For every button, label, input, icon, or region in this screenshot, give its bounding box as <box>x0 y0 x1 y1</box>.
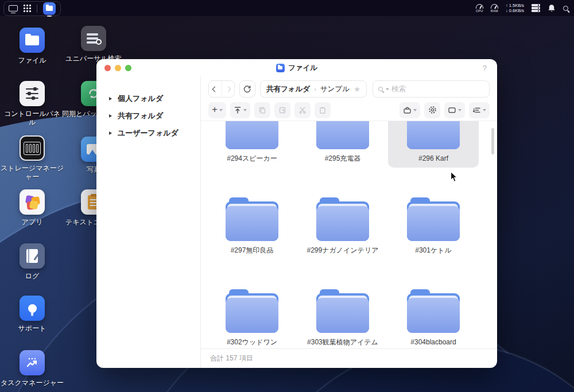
folder-grid[interactable]: #294スピーカー #295充電器 #296 Karf #297無印良品 <box>201 121 497 348</box>
folder-item[interactable]: #295充電器 <box>297 121 388 168</box>
copy-button[interactable] <box>254 102 270 118</box>
desktop-icon-apps[interactable]: アプリ <box>1 189 64 227</box>
folder-item[interactable]: #296 Karf <box>388 121 479 168</box>
universal-search-icon <box>81 26 106 51</box>
folder-item[interactable]: #294スピーカー <box>207 121 297 168</box>
forward-button[interactable] <box>222 81 234 97</box>
app-grid-icon[interactable] <box>24 5 31 12</box>
folder-icon <box>226 197 278 241</box>
desktop-icon-task-manager[interactable]: タスクマネージャー <box>1 350 64 387</box>
folder-icon <box>316 289 369 333</box>
search-icon <box>378 87 383 91</box>
upload-speed: ↑ 1.5KB/s <box>506 3 524 8</box>
ram-gauge-icon[interactable]: RAM <box>491 4 498 13</box>
taskbar-left-cluster <box>3 1 61 16</box>
desktop-icon-control-panel[interactable]: コントロールパネル <box>1 81 64 127</box>
global-search-icon[interactable] <box>563 6 568 11</box>
help-button[interactable]: ? <box>483 64 487 72</box>
action-toolbar: + <box>201 102 497 121</box>
cpu-gauge-icon[interactable]: CPU <box>476 4 483 13</box>
taskbar-separator <box>37 5 37 13</box>
sidebar-item-user-folder[interactable]: ユーザーフォルダ <box>96 125 200 142</box>
folder-item[interactable]: #302ウッドワン <box>207 280 297 348</box>
window-titlebar[interactable]: ファイル ? <box>96 59 497 76</box>
back-button[interactable] <box>209 81 222 97</box>
task-manager-icon <box>20 350 45 375</box>
window-title: ファイル <box>96 63 497 73</box>
log-icon <box>20 243 45 269</box>
storage-manager-icon <box>20 135 45 161</box>
move-button[interactable] <box>274 102 290 118</box>
settings-gear-button[interactable] <box>424 102 440 118</box>
scrollbar-thumb[interactable] <box>491 128 494 154</box>
item-count: 合計 157 項目 <box>210 354 253 363</box>
support-icon <box>20 296 45 321</box>
task-queue-icon[interactable] <box>532 4 540 12</box>
folder-icon <box>407 121 460 149</box>
folder-item[interactable]: #304blacboard <box>388 280 479 348</box>
files-title-icon <box>276 64 285 72</box>
refresh-button[interactable] <box>239 80 255 98</box>
download-speed: ↓ 0.6KB/s <box>506 8 524 13</box>
toolbox-button[interactable] <box>400 102 420 118</box>
desktop-icon-support[interactable]: サポート <box>1 296 64 333</box>
taskbar-right-cluster: CPU RAM ↑ 1.5KB/s ↓ 0.6KB/s <box>476 3 574 13</box>
favorite-star-icon[interactable]: ★ <box>354 85 360 94</box>
folder-item[interactable]: #297無印良品 <box>207 188 297 259</box>
sidebar-item-shared-folder[interactable]: 共有フォルダ <box>96 107 200 125</box>
folder-icon <box>316 121 369 149</box>
folder-item[interactable]: #301ケトル <box>388 188 479 259</box>
folder-item[interactable]: #299ナガノインテリア <box>297 188 388 259</box>
desktop-icon-universal-search[interactable]: ユニバーサル検索 <box>62 26 125 63</box>
desktop-icon-log[interactable]: ログ <box>1 243 64 281</box>
window-sidebar: 個人フォルダ 共有フォルダ ユーザーフォルダ <box>96 76 201 368</box>
taskbar: CPU RAM ↑ 1.5KB/s ↓ 0.6KB/s <box>0 0 574 16</box>
breadcrumb-current[interactable]: サンプル <box>320 84 350 94</box>
apps-icon <box>20 189 45 215</box>
status-bar: 合計 157 項目 <box>201 348 497 368</box>
search-scope-caret-icon[interactable] <box>386 88 389 90</box>
expand-triangle-icon[interactable] <box>109 131 112 135</box>
sidebar-item-personal-folder[interactable]: 個人フォルダ <box>96 90 200 107</box>
folder-item[interactable]: #303観葉植物アイテム <box>297 280 388 348</box>
folder-icon <box>407 289 460 333</box>
files-window: ファイル ? 個人フォルダ 共有フォルダ ユーザーフォルダ <box>96 59 497 368</box>
breadcrumb[interactable]: 共有フォルダ › サンプル ★ <box>260 80 367 98</box>
navigation-toolbar: 共有フォルダ › サンプル ★ <box>201 76 497 102</box>
history-nav-group <box>208 80 235 98</box>
notifications-bell-icon[interactable] <box>548 4 556 13</box>
expand-triangle-icon[interactable] <box>109 114 112 118</box>
breadcrumb-root[interactable]: 共有フォルダ <box>266 84 310 94</box>
sort-button[interactable] <box>469 102 490 118</box>
folder-icon <box>407 197 460 241</box>
network-speed[interactable]: ↑ 1.5KB/s ↓ 0.6KB/s <box>506 3 524 13</box>
breadcrumb-separator: › <box>314 86 316 92</box>
upload-button[interactable] <box>230 102 250 118</box>
paste-button[interactable] <box>315 102 331 118</box>
search-input[interactable] <box>391 85 484 93</box>
desktop-icon-storage-manager[interactable]: ストレージマネージャー <box>1 135 64 181</box>
new-item-button[interactable]: + <box>208 102 226 118</box>
expand-triangle-icon[interactable] <box>109 97 112 100</box>
view-mode-button[interactable] <box>444 102 465 118</box>
control-panel-icon <box>20 81 45 106</box>
folder-icon <box>226 121 278 149</box>
desktop-icon-files[interactable]: ファイル <box>1 28 64 65</box>
show-desktop-icon[interactable] <box>9 5 18 11</box>
files-app-icon <box>20 28 45 53</box>
search-field[interactable] <box>373 80 490 98</box>
cut-button[interactable] <box>294 102 311 118</box>
folder-icon <box>226 289 278 333</box>
folder-icon <box>316 197 369 241</box>
taskbar-files-app-icon[interactable] <box>43 2 56 15</box>
